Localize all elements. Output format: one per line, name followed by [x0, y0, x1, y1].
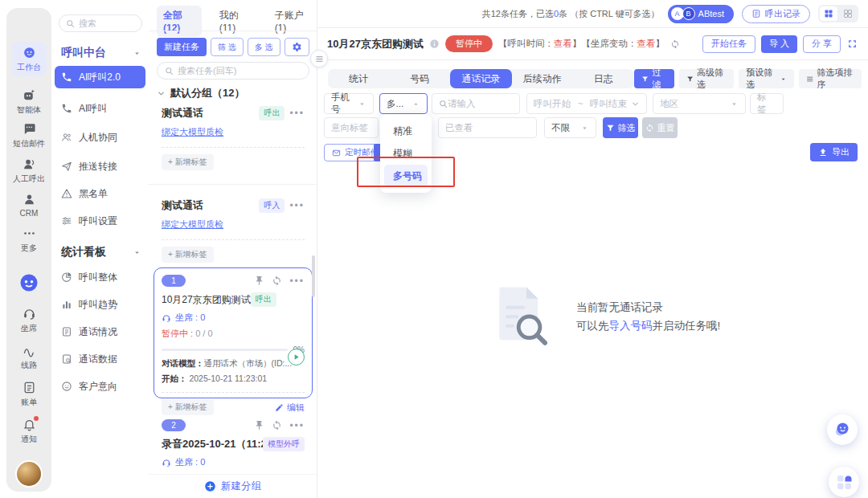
menu-item-call-trend[interactable]: 呼叫趋势	[55, 294, 145, 315]
list-view-button[interactable]	[839, 6, 857, 21]
refresh-icon[interactable]	[670, 39, 680, 49]
add-tag-button[interactable]: + 新增标签	[162, 154, 214, 170]
assistant-float-button[interactable]	[827, 414, 858, 445]
menu-search-input[interactable]	[79, 18, 127, 28]
export-button[interactable]: 导出	[810, 143, 858, 161]
viewed-field[interactable]	[438, 117, 537, 138]
scrollbar-thumb[interactable]	[312, 255, 315, 297]
rail-item-workbench[interactable]: 工作台	[11, 42, 47, 76]
rail-item-billing[interactable]: 账单	[6, 381, 51, 408]
menu-item-push-transfer[interactable]: 推送转接	[55, 156, 145, 177]
import-numbers-link[interactable]: 导入号码	[609, 320, 653, 332]
viewed-input[interactable]	[445, 123, 530, 133]
task-card[interactable]: 测试通话 呼出 ••• 绑定大模型质检 + 新增标签	[155, 101, 311, 175]
rail-item-notifications[interactable]: 通知	[6, 418, 51, 445]
task-search-input[interactable]	[178, 66, 290, 76]
add-tag-button[interactable]: + 新增标签	[162, 399, 214, 415]
menu-item-blacklist[interactable]: 黑名单	[55, 183, 145, 204]
rail-item-label: 智能体	[17, 104, 41, 116]
apply-filter-button[interactable]: 筛选	[603, 117, 638, 138]
dropdown-option-multi-number[interactable]: 多号码	[384, 165, 428, 187]
edit-task-button[interactable]: 编辑	[275, 402, 305, 414]
filter-button[interactable]: 筛 选	[211, 38, 244, 56]
number-search-input[interactable]	[448, 99, 513, 108]
import-button[interactable]: 导 入	[761, 35, 797, 53]
new-group-button[interactable]: 新建分组	[149, 474, 317, 498]
rail-item-crm[interactable]: CRM	[6, 193, 51, 218]
card-view-button[interactable]	[820, 6, 837, 21]
region-select[interactable]: 地区	[653, 93, 746, 114]
call-time-range-picker[interactable]: 呼叫开始 ~ 呼叫结束	[526, 93, 647, 114]
more-icon[interactable]: •••	[289, 420, 305, 431]
pin-icon[interactable]	[254, 420, 264, 431]
rail-item-lines[interactable]: 线路	[6, 344, 51, 371]
tab-subaccount[interactable]: 子账户(1)	[268, 6, 317, 37]
task-settings-button[interactable]	[285, 38, 309, 56]
menu-item-call-settings[interactable]: 呼叫设置	[55, 210, 145, 231]
collapse-panel-handle[interactable]	[310, 50, 328, 67]
task-card-selected[interactable]: 1 ••• 10月27京东团购测试 呼出 坐席 : 0 暂停中 : 0 / 0	[154, 267, 313, 398]
tab-all[interactable]: 全部(12)	[157, 6, 202, 37]
start-task-play-button[interactable]	[288, 349, 305, 365]
menu-item-human-machine[interactable]: 人机协同	[55, 127, 145, 148]
tab-statistics[interactable]: 统计	[328, 69, 389, 88]
rail-item-seats[interactable]: 坐席	[6, 307, 51, 334]
new-task-button[interactable]: 新建任务	[157, 38, 207, 56]
bind-model-link[interactable]: 绑定大模型质检	[162, 126, 305, 138]
menu-item-customer-intent[interactable]: 客户意向	[55, 376, 145, 397]
user-avatar[interactable]	[17, 462, 41, 486]
phone-type-select[interactable]: 手机号	[324, 93, 374, 114]
advanced-filter-button[interactable]: 高级筛选	[679, 69, 735, 88]
reset-button[interactable]: 重置	[642, 117, 678, 138]
tab-numbers[interactable]: 号码	[389, 69, 450, 88]
dropdown-option-exact[interactable]: 精准	[384, 120, 428, 142]
tag-field[interactable]: 标 签	[750, 93, 784, 114]
rail-item-manual-call[interactable]: 人工呼出	[6, 157, 51, 185]
rail-item-more[interactable]: 更多	[6, 227, 51, 254]
rail-item-agents[interactable]: 智能体	[6, 88, 51, 116]
apps-float-button[interactable]	[829, 467, 859, 497]
view-call-time-link[interactable]: 查看	[554, 39, 572, 48]
share-button[interactable]: 分 享	[803, 35, 841, 53]
more-icon[interactable]: •••	[289, 276, 305, 287]
fullscreen-icon[interactable]	[846, 38, 858, 50]
tab-follow-up[interactable]: 后续动作	[512, 69, 573, 88]
bind-model-link[interactable]: 绑定大模型质检	[162, 218, 305, 231]
info-icon[interactable]	[429, 39, 440, 49]
more-icon[interactable]: •••	[289, 200, 305, 211]
filter-button[interactable]: 过滤	[634, 69, 674, 88]
tab-call-records[interactable]: 通话记录	[450, 69, 511, 88]
task-card[interactable]: 测试通话 呼入 ••• 绑定大模型质检 + 新增标签	[155, 194, 311, 267]
menu-item-call-data[interactable]: 通话数据	[55, 349, 145, 369]
menu-item-call-status[interactable]: 通话情况	[55, 321, 145, 342]
menu-group-call-center[interactable]: 呼叫中台	[61, 46, 141, 60]
menu-item-ai-call[interactable]: AI呼叫	[55, 98, 145, 119]
menu-search[interactable]	[59, 14, 142, 32]
menu-group-dashboard[interactable]: 统计看板	[61, 245, 141, 259]
unlimited-select[interactable]: 不限	[544, 117, 596, 138]
menu-item-ai-call-2[interactable]: AI呼叫2.0	[55, 66, 145, 88]
pin-icon[interactable]	[254, 276, 264, 286]
rail-item-sms-mail[interactable]: 短信邮件	[6, 122, 51, 149]
add-tag-button[interactable]: + 新增标签	[162, 247, 214, 263]
tab-mine[interactable]: 我的(11)	[213, 6, 257, 37]
task-search[interactable]	[157, 62, 309, 80]
dropdown-option-fuzzy[interactable]: 模糊	[384, 142, 428, 165]
number-search-box[interactable]	[432, 93, 520, 114]
sync-icon[interactable]	[272, 420, 282, 431]
more-icon[interactable]: •••	[289, 108, 305, 119]
match-mode-select[interactable]: 多...	[379, 93, 428, 114]
menu-item-call-overview[interactable]: 呼叫整体	[55, 267, 145, 288]
multi-select-button[interactable]: 多 选	[248, 38, 280, 56]
tab-logs[interactable]: 日志	[573, 69, 634, 88]
intent-tag-field[interactable]: 意向标签	[324, 117, 379, 138]
abtest-button[interactable]: A B ABtest	[668, 5, 734, 23]
outbound-records-button[interactable]: 呼出记录	[742, 5, 810, 23]
group-header[interactable]: 默认分组（12）	[157, 86, 244, 100]
filter-sort-button[interactable]: 筛选项排序	[799, 69, 862, 88]
sync-icon[interactable]	[272, 276, 282, 286]
start-task-button[interactable]: 开始任务	[702, 35, 755, 53]
assistant-robot-icon[interactable]	[18, 271, 40, 294]
view-seat-change-link[interactable]: 查看	[637, 39, 655, 48]
preset-filter-dropdown[interactable]: 预设筛选	[739, 69, 794, 88]
